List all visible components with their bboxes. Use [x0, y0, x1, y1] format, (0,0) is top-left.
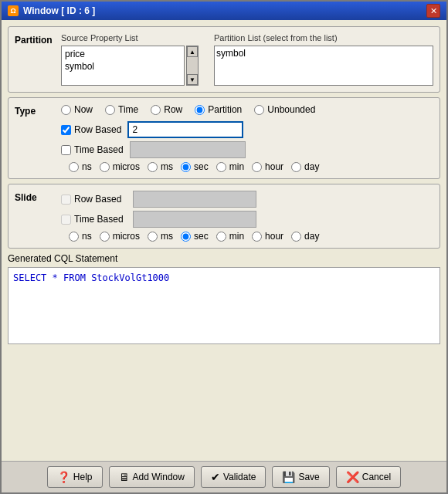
slide-unit-day-label: day: [304, 231, 319, 242]
title-bar: Ω Window [ ID : 6 ] ✕: [2, 2, 446, 20]
cancel-button[interactable]: ❌ Cancel: [336, 466, 401, 488]
slide-row-based-label[interactable]: Row Based: [61, 194, 127, 205]
cancel-icon: ❌: [346, 471, 359, 483]
partition-grid: Source Property List price symbol ▲ ▼: [61, 33, 433, 86]
slide-unit-sec[interactable]: sec: [181, 231, 209, 242]
radio-time[interactable]: Time: [105, 104, 138, 115]
window-title: Window [ ID : 6 ]: [23, 5, 95, 16]
unit-hour-input[interactable]: [252, 162, 262, 172]
unit-day-input[interactable]: [291, 162, 301, 172]
validate-icon: ✔: [211, 471, 220, 483]
validate-label: Validate: [223, 472, 256, 482]
list-item[interactable]: symbol: [216, 48, 431, 59]
unit-ms[interactable]: ms: [148, 161, 173, 172]
unit-min-input[interactable]: [216, 162, 226, 172]
row-based-checkbox-label[interactable]: Row Based: [61, 124, 121, 135]
source-property-list[interactable]: price symbol: [61, 46, 185, 86]
slide-label: Slide: [15, 191, 53, 203]
radio-partition-label: Partition: [208, 104, 242, 115]
radio-now[interactable]: Now: [61, 104, 93, 115]
source-list-container: price symbol ▲ ▼: [61, 46, 199, 86]
cql-section: Generated CQL Statement SELECT * FROM St…: [8, 253, 440, 455]
validate-button[interactable]: ✔ Validate: [201, 466, 266, 488]
slide-unit-ms-input[interactable]: [148, 232, 158, 242]
save-button[interactable]: 💾 Save: [272, 466, 329, 488]
unit-sec-input[interactable]: [181, 162, 191, 172]
time-based-checkbox-label[interactable]: Time Based: [61, 144, 124, 155]
slide-unit-ms-label: ms: [161, 231, 173, 242]
unit-min[interactable]: min: [216, 161, 244, 172]
slide-unit-day[interactable]: day: [291, 231, 319, 242]
add-window-label: Add Window: [133, 472, 185, 482]
slide-unit-sec-label: sec: [194, 231, 209, 242]
slide-unit-micros-label: micros: [113, 231, 140, 242]
unit-micros-label: micros: [113, 161, 140, 172]
row-based-checkbox[interactable]: [61, 125, 71, 135]
radio-now-input[interactable]: [61, 105, 71, 115]
scroll-up-button[interactable]: ▲: [187, 46, 198, 57]
slide-unit-day-input[interactable]: [291, 232, 301, 242]
save-label: Save: [298, 472, 319, 482]
slide-row-based-checkbox[interactable]: [61, 195, 71, 205]
type-unit-row: ns micros ms sec min: [61, 161, 433, 172]
add-window-icon: 🖥: [119, 471, 130, 483]
radio-row[interactable]: Row: [151, 104, 182, 115]
list-item[interactable]: symbol: [63, 60, 182, 73]
slide-unit-row: ns micros ms sec min: [61, 231, 433, 242]
time-based-label: Time Based: [74, 144, 124, 155]
slide-unit-min[interactable]: min: [216, 231, 244, 242]
unit-ns-label: ns: [82, 161, 92, 172]
unit-hour[interactable]: hour: [252, 161, 283, 172]
cql-section-label: Generated CQL Statement: [8, 253, 440, 264]
row-based-label: Row Based: [74, 124, 121, 135]
time-based-checkbox[interactable]: [61, 145, 71, 155]
unit-day[interactable]: day: [291, 161, 319, 172]
scroll-track: [187, 57, 198, 74]
unit-micros[interactable]: micros: [100, 161, 140, 172]
slide-unit-hour[interactable]: hour: [252, 231, 283, 242]
unit-min-label: min: [229, 161, 244, 172]
slide-unit-min-input[interactable]: [216, 232, 226, 242]
radio-partition[interactable]: Partition: [195, 104, 242, 115]
radio-row-input[interactable]: [151, 105, 161, 115]
partition-row: Partition Source Property List price sym…: [15, 33, 433, 86]
add-window-button[interactable]: 🖥 Add Window: [109, 466, 195, 488]
slide-time-based-text: Time Based: [74, 214, 124, 225]
slide-time-based-input: [133, 211, 256, 228]
list-item[interactable]: price: [63, 48, 182, 60]
source-scrollbar[interactable]: ▲ ▼: [186, 46, 199, 86]
slide-unit-ms[interactable]: ms: [148, 231, 173, 242]
row-based-input[interactable]: [127, 121, 243, 138]
slide-unit-ns-input[interactable]: [69, 232, 79, 242]
help-icon: ❓: [57, 471, 70, 483]
slide-time-based-row: Time Based: [61, 211, 433, 228]
cql-statement: SELECT * FROM StockVolGt1000: [8, 267, 440, 344]
unit-ns-input[interactable]: [69, 162, 79, 172]
slide-time-based-label[interactable]: Time Based: [61, 214, 127, 225]
partition-list[interactable]: symbol: [214, 46, 433, 86]
slide-unit-ns-label: ns: [82, 231, 92, 242]
partition-list-label: Partition List (select from the list): [214, 33, 433, 42]
close-button[interactable]: ✕: [426, 4, 440, 18]
scroll-down-button[interactable]: ▼: [187, 74, 198, 85]
time-based-row: Time Based: [61, 141, 433, 158]
slide-unit-sec-input[interactable]: [181, 232, 191, 242]
slide-unit-micros[interactable]: micros: [100, 231, 140, 242]
slide-unit-hour-input[interactable]: [252, 232, 262, 242]
help-label: Help: [73, 472, 93, 482]
unit-micros-input[interactable]: [100, 162, 110, 172]
slide-unit-ns[interactable]: ns: [69, 231, 92, 242]
radio-unbounded-input[interactable]: [254, 105, 264, 115]
unit-ms-input[interactable]: [148, 162, 158, 172]
slide-unit-micros-input[interactable]: [100, 232, 110, 242]
radio-partition-input[interactable]: [195, 105, 205, 115]
radio-time-input[interactable]: [105, 105, 115, 115]
unit-sec[interactable]: sec: [181, 161, 209, 172]
radio-unbounded[interactable]: Unbounded: [254, 104, 315, 115]
slide-unit-hour-label: hour: [265, 231, 283, 242]
partition-list-col: Partition List (select from the list) sy…: [214, 33, 433, 86]
source-property-list-label: Source Property List: [61, 33, 199, 42]
slide-time-based-checkbox[interactable]: [61, 215, 71, 225]
help-button[interactable]: ❓ Help: [47, 466, 103, 488]
unit-ns[interactable]: ns: [69, 161, 92, 172]
